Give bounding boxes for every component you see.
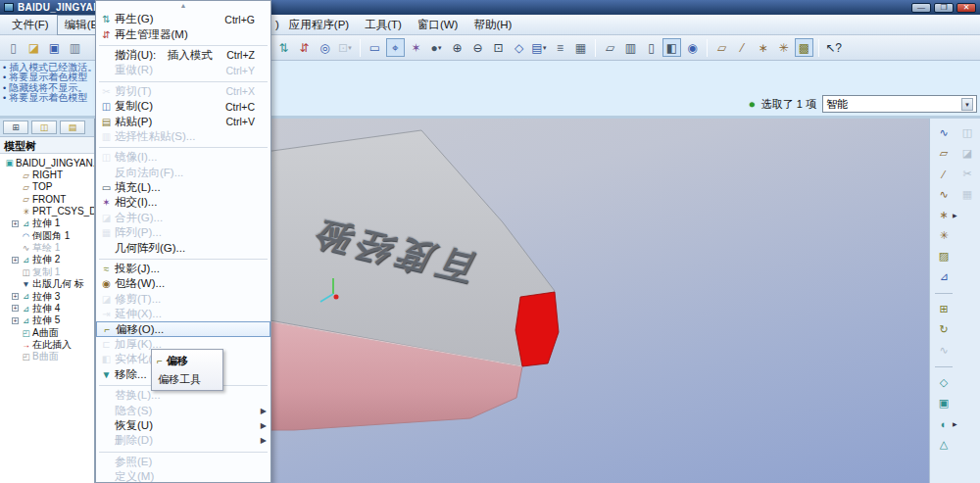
tree-item-extrude-5[interactable]: +⊿拉伸 5 xyxy=(2,314,94,326)
print-button[interactable]: ▥ xyxy=(66,38,84,57)
menu-item-reverse-normal[interactable]: 反向法向(F)... xyxy=(96,166,270,180)
datum-axis-tool-button[interactable]: ⁄ xyxy=(935,165,954,183)
menu-item-paste[interactable]: ▤粘贴(P)Ctrl+V xyxy=(96,114,270,128)
tree-item-right-plane[interactable]: ▱RIGHT xyxy=(2,169,94,180)
menu-item-cut[interactable]: ✂剪切(T)Ctrl+X xyxy=(96,84,270,99)
regenerate-button[interactable]: ⇅ xyxy=(274,38,293,57)
freestyle-tool-button[interactable]: △ xyxy=(935,435,954,454)
datum-points-toggle[interactable]: ∗ xyxy=(754,38,772,57)
analysis-tool-button[interactable]: ⊿ xyxy=(935,267,954,286)
menu-item-offset[interactable]: ⌐偏移(O)... xyxy=(96,321,270,336)
spin-center-button[interactable]: ⌖ xyxy=(386,38,405,57)
style-tool-button[interactable]: ∿ xyxy=(935,123,954,142)
menu-item-geometry-pattern[interactable]: 几何阵列(G)... xyxy=(96,240,270,255)
mirror-tool-button[interactable]: ◫ xyxy=(958,123,977,142)
repaint-button[interactable]: ▭ xyxy=(366,38,384,57)
save-button[interactable]: ▣ xyxy=(45,38,64,57)
tab-folder-browser[interactable]: ▤ xyxy=(60,121,85,134)
tree-item-round-1[interactable]: ◠倒圆角 1 xyxy=(2,229,94,241)
menu-item-intersect[interactable]: ✶相交(I)... xyxy=(96,195,270,210)
menu-item-wrap[interactable]: ◉包络(W)... xyxy=(96,276,270,291)
tree-item-extrude-1[interactable]: +⊿拉伸 1 xyxy=(2,217,94,229)
tree-expand-icon[interactable]: + xyxy=(12,293,19,300)
tree-item-publish-geometry[interactable]: ▼出版几何 标 xyxy=(2,278,94,290)
datum-point-tool-button[interactable]: ∗▶ xyxy=(935,206,954,224)
menu-item-paste-special[interactable]: ▥选择性粘贴(S)... xyxy=(96,129,270,144)
style-surface-tool-button[interactable]: ◐▶ xyxy=(935,414,954,433)
sketch-tool-button[interactable]: ▨ xyxy=(935,247,954,266)
menu-item-undo[interactable]: 撤消(U): 插入模式Ctrl+Z xyxy=(96,48,270,63)
tree-item-top-plane[interactable]: ▱TOP xyxy=(2,181,94,193)
hidden-line-button[interactable]: ▥ xyxy=(621,38,640,57)
menubar-item-right-3[interactable]: 帮助(H) xyxy=(466,15,519,35)
tree-item-quilt-a[interactable]: ◰A曲面 xyxy=(2,326,94,338)
menu-item-project[interactable]: ≈投影(J)... xyxy=(96,262,270,276)
dropdown-arrow-icon[interactable]: ▼ xyxy=(961,98,973,111)
revolve-tool-button[interactable]: ↻ xyxy=(935,320,954,339)
menu-item-extend[interactable]: ⇥延伸(X)... xyxy=(96,307,270,321)
extrude-tool-button[interactable]: ⊞ xyxy=(935,300,954,318)
tree-item-sketch-1[interactable]: ∿草绘 1 xyxy=(2,242,94,254)
tree-item-insert-here[interactable]: →在此插入 xyxy=(2,339,94,351)
datum-axes-toggle[interactable]: ⁄ xyxy=(733,38,752,57)
layers-button[interactable]: ≡ xyxy=(551,38,569,57)
tree-expand-icon[interactable]: + xyxy=(12,220,19,227)
tree-item-front-plane[interactable]: ▱FRONT xyxy=(2,193,94,205)
menu-item-merge[interactable]: ◪合并(G)... xyxy=(96,211,270,225)
annotations-toggle[interactable]: ▩ xyxy=(795,38,813,57)
menu-item-suppress[interactable]: 隐含(S)▶ xyxy=(96,403,270,417)
merge-tool-button[interactable]: ◪ xyxy=(958,144,977,163)
dropdown-arrow-icon[interactable]: ▼ xyxy=(437,45,443,51)
reorient-button[interactable]: ✶ xyxy=(407,38,425,57)
menu-item-resume[interactable]: 恢复(U)▶ xyxy=(96,418,270,433)
shade-display-button[interactable]: ●▼ xyxy=(427,38,446,57)
pattern-tool-button[interactable]: ▦ xyxy=(958,185,977,204)
menu-scroll-up-icon[interactable]: ▲ xyxy=(96,1,270,12)
csys-tool-button[interactable]: ✳ xyxy=(935,226,954,245)
tree-item-extrude-4[interactable]: +⊿拉伸 4 xyxy=(2,303,94,314)
tree-item-extrude-3[interactable]: +⊿拉伸 3 xyxy=(2,290,94,302)
zoom-out-button[interactable]: ⊖ xyxy=(468,38,487,57)
menubar-item-right-0[interactable]: 应用程序(P) xyxy=(281,15,357,35)
tree-expand-icon[interactable]: + xyxy=(12,257,19,264)
dropdown-arrow-icon[interactable]: ▼ xyxy=(542,45,548,51)
context-help-button[interactable]: ↖? xyxy=(824,38,843,57)
tree-item-copy-1[interactable]: ◫复制 1 xyxy=(2,266,94,278)
tree-expand-icon[interactable]: + xyxy=(12,317,19,324)
wireframe-button[interactable]: ▱ xyxy=(601,38,619,57)
menu-item-definition[interactable]: 定义(M) xyxy=(96,469,270,483)
shaded-button[interactable]: ◧ xyxy=(662,38,681,57)
menu-item-references[interactable]: 参照(E) xyxy=(96,455,270,469)
regenerate-manager-button[interactable]: ⇵ xyxy=(295,38,314,57)
menu-item-copy[interactable]: ◫复制(C)Ctrl+C xyxy=(96,99,270,114)
menu-item-regenerate[interactable]: ⇅再生(G)Ctrl+G xyxy=(96,12,270,26)
menubar-item-0[interactable]: 文件(F) xyxy=(4,15,57,35)
menu-item-regenerate-manager[interactable]: ⇵再生管理器(M) xyxy=(96,26,270,41)
trim-tool-button[interactable]: ✂ xyxy=(958,165,977,183)
boundary-blend-tool-button[interactable]: ◇ xyxy=(935,373,954,392)
sweep-tool-button[interactable]: ∿ xyxy=(935,341,954,360)
tree-item-csys[interactable]: ✳PRT_CSYS_DE xyxy=(2,206,94,217)
menu-item-trim[interactable]: ◪修剪(T)... xyxy=(96,292,270,307)
tree-item-part-root[interactable]: ▣BAIDU_JINGYAN. xyxy=(2,157,94,169)
dropdown-arrow-icon[interactable]: ▼ xyxy=(347,45,353,51)
menu-item-delete[interactable]: 删除(D)▶ xyxy=(96,433,270,448)
close-button[interactable]: ✕ xyxy=(956,3,976,13)
selection-filter-dropdown[interactable]: 智能 ▼ xyxy=(822,95,977,113)
model-red-chamfer-face[interactable] xyxy=(515,292,559,366)
minimize-button[interactable]: — xyxy=(911,3,931,13)
tree-item-quilt-b[interactable]: ◰B曲面 xyxy=(2,351,94,362)
select-box-button[interactable]: ⊡▼ xyxy=(336,38,355,57)
menu-item-redo[interactable]: 重做(R)Ctrl+Y xyxy=(96,63,270,77)
datum-csys-toggle[interactable]: ✳ xyxy=(774,38,793,57)
view-orientation-button[interactable]: ◇ xyxy=(510,38,528,57)
menu-item-fill[interactable]: ▭填充(L)... xyxy=(96,180,270,195)
datum-planes-toggle[interactable]: ▱ xyxy=(712,38,731,57)
enhanced-realism-button[interactable]: ◉ xyxy=(683,38,702,57)
datum-plane-tool-button[interactable]: ▱ xyxy=(935,144,954,163)
saved-views-button[interactable]: ▤▼ xyxy=(530,38,549,57)
tab-layer-tree[interactable]: ◫ xyxy=(31,121,57,134)
tab-model-tree[interactable]: ⊞ xyxy=(3,121,28,134)
open-file-button[interactable]: ◪ xyxy=(24,38,43,57)
restore-button[interactable]: ❐ xyxy=(934,3,954,13)
